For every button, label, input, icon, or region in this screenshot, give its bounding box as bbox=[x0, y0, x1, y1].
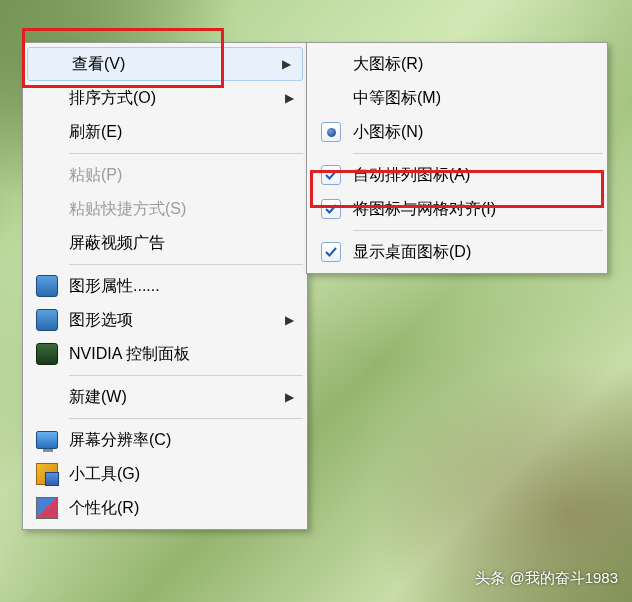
menu-label: 排序方式(O) bbox=[69, 88, 279, 109]
menu-label: 屏幕分辨率(C) bbox=[69, 430, 299, 451]
menu-item-sort[interactable]: 排序方式(O) ▶ bbox=[25, 81, 305, 115]
submenu-arrow-icon: ▶ bbox=[279, 313, 299, 327]
menu-item-graphics-properties[interactable]: 图形属性...... bbox=[25, 269, 305, 303]
menu-label: 中等图标(M) bbox=[353, 88, 599, 109]
menu-label: 粘贴(P) bbox=[69, 165, 299, 186]
menu-label: 新建(W) bbox=[69, 387, 279, 408]
submenu-item-show-desktop-icons[interactable]: 显示桌面图标(D) bbox=[309, 235, 605, 269]
submenu-item-auto-arrange[interactable]: 自动排列图标(A) bbox=[309, 158, 605, 192]
nvidia-icon bbox=[25, 343, 69, 365]
monitor-icon bbox=[25, 431, 69, 449]
menu-item-refresh[interactable]: 刷新(E) bbox=[25, 115, 305, 149]
menu-item-gadgets[interactable]: 小工具(G) bbox=[25, 457, 305, 491]
menu-label: 小工具(G) bbox=[69, 464, 299, 485]
menu-label: NVIDIA 控制面板 bbox=[69, 344, 299, 365]
submenu-item-small-icons[interactable]: 小图标(N) bbox=[309, 115, 605, 149]
menu-item-graphics-options[interactable]: 图形选项 ▶ bbox=[25, 303, 305, 337]
menu-label: 图形选项 bbox=[69, 310, 279, 331]
submenu-item-large-icons[interactable]: 大图标(R) bbox=[309, 47, 605, 81]
menu-label: 显示桌面图标(D) bbox=[353, 242, 599, 263]
menu-item-paste-shortcut[interactable]: 粘贴快捷方式(S) bbox=[25, 192, 305, 226]
menu-label: 图形属性...... bbox=[69, 276, 299, 297]
menu-item-block-video-ads[interactable]: 屏蔽视频广告 bbox=[25, 226, 305, 260]
menu-separator bbox=[69, 418, 303, 419]
submenu-item-align-grid[interactable]: 将图标与网格对齐(I) bbox=[309, 192, 605, 226]
menu-label: 刷新(E) bbox=[69, 122, 299, 143]
menu-label: 将图标与网格对齐(I) bbox=[353, 199, 599, 220]
submenu-item-medium-icons[interactable]: 中等图标(M) bbox=[309, 81, 605, 115]
menu-item-paste[interactable]: 粘贴(P) bbox=[25, 158, 305, 192]
menu-item-personalize[interactable]: 个性化(R) bbox=[25, 491, 305, 525]
menu-label: 大图标(R) bbox=[353, 54, 599, 75]
watermark-text: 头条 @我的奋斗1983 bbox=[475, 569, 618, 588]
submenu-arrow-icon: ▶ bbox=[279, 91, 299, 105]
submenu-arrow-icon: ▶ bbox=[279, 390, 299, 404]
checkmark-icon bbox=[309, 199, 353, 219]
menu-label: 查看(V) bbox=[72, 54, 276, 75]
gadgets-icon bbox=[25, 463, 69, 485]
menu-label: 屏蔽视频广告 bbox=[69, 233, 299, 254]
menu-label: 粘贴快捷方式(S) bbox=[69, 199, 299, 220]
view-submenu: 大图标(R) 中等图标(M) 小图标(N) 自动排列图标(A) 将图标与网格对齐… bbox=[306, 42, 608, 274]
graphics-options-icon bbox=[25, 309, 69, 331]
menu-item-nvidia[interactable]: NVIDIA 控制面板 bbox=[25, 337, 305, 371]
personalize-icon bbox=[25, 497, 69, 519]
menu-separator bbox=[69, 375, 303, 376]
graphics-icon bbox=[25, 275, 69, 297]
menu-label: 自动排列图标(A) bbox=[353, 165, 599, 186]
radio-selected-icon bbox=[309, 122, 353, 142]
menu-separator bbox=[69, 153, 303, 154]
menu-label: 个性化(R) bbox=[69, 498, 299, 519]
menu-separator bbox=[353, 153, 603, 154]
menu-item-new[interactable]: 新建(W) ▶ bbox=[25, 380, 305, 414]
submenu-arrow-icon: ▶ bbox=[276, 57, 296, 71]
checkmark-icon bbox=[309, 242, 353, 262]
desktop-context-menu: 查看(V) ▶ 排序方式(O) ▶ 刷新(E) 粘贴(P) 粘贴快捷方式(S) … bbox=[22, 42, 308, 530]
checkmark-icon bbox=[309, 165, 353, 185]
menu-item-view[interactable]: 查看(V) ▶ bbox=[27, 47, 303, 81]
menu-separator bbox=[353, 230, 603, 231]
menu-item-resolution[interactable]: 屏幕分辨率(C) bbox=[25, 423, 305, 457]
menu-separator bbox=[69, 264, 303, 265]
menu-label: 小图标(N) bbox=[353, 122, 599, 143]
